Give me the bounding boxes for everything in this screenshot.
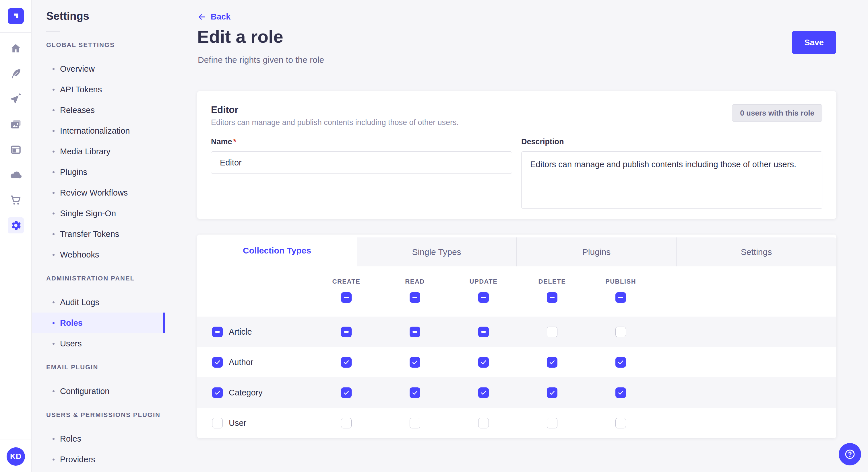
role-name-input[interactable]	[211, 151, 512, 174]
checkbox-author-read[interactable]	[410, 357, 420, 368]
bullet-icon	[53, 150, 55, 153]
checkbox-all-publish[interactable]	[615, 292, 626, 303]
sidebar-item-label: Media Library	[60, 147, 111, 156]
checkbox-category-update[interactable]	[478, 387, 489, 398]
checkbox-author-create[interactable]	[341, 357, 352, 368]
tab-collection-types[interactable]: Collection Types	[197, 235, 357, 266]
bullet-icon	[53, 192, 55, 194]
checkbox-all-delete[interactable]	[547, 292, 557, 303]
sidebar-item-configuration[interactable]: Configuration	[32, 381, 165, 401]
checkbox-article-publish[interactable]	[615, 327, 626, 337]
gear-icon[interactable]	[8, 217, 24, 233]
name-label: Name*	[211, 137, 512, 146]
sidebar-item-single-sign-on[interactable]: Single Sign-On	[32, 203, 165, 224]
checkbox-user-read[interactable]	[410, 418, 420, 429]
checkbox-all-create[interactable]	[341, 292, 352, 303]
checkbox-category-read[interactable]	[410, 387, 420, 398]
checkbox-author-update[interactable]	[478, 357, 489, 368]
sidebar-item-audit-logs[interactable]: Audit Logs	[32, 292, 165, 312]
sidebar-item-label: Roles	[60, 434, 81, 444]
bullet-icon	[53, 109, 55, 111]
sidebar-item-label: Releases	[60, 105, 95, 115]
sidebar-item-api-tokens[interactable]: API Tokens	[32, 79, 165, 100]
checkbox-article-update[interactable]	[478, 327, 489, 337]
checkbox-user-create[interactable]	[341, 418, 352, 429]
checkbox-article-delete[interactable]	[547, 327, 557, 337]
sidebar-item-media-library[interactable]: Media Library	[32, 141, 165, 162]
cloud-icon[interactable]	[8, 167, 24, 183]
sidebar-item-users[interactable]: Users	[32, 333, 165, 354]
bullet-icon	[53, 459, 55, 461]
bullet-icon	[53, 89, 55, 91]
checkbox-category-create[interactable]	[341, 387, 352, 398]
checkbox-all-read[interactable]	[410, 292, 420, 303]
paper-plane-icon[interactable]	[8, 91, 24, 107]
row-label: Category	[229, 388, 262, 398]
avatar-initials: KD	[10, 452, 22, 461]
sidebar-item-label: Review Workflows	[60, 188, 128, 198]
sidebar-item-providers[interactable]: Providers	[32, 449, 165, 470]
tab-single-types[interactable]: Single Types	[357, 237, 516, 266]
bullet-icon	[53, 343, 55, 345]
panel-layout-icon[interactable]	[8, 142, 24, 158]
checkbox-user-update[interactable]	[478, 418, 489, 429]
permission-row-user: User	[197, 408, 836, 438]
help-button[interactable]	[839, 443, 861, 465]
question-mark-icon	[844, 448, 856, 460]
sidebar-item-transfer-tokens[interactable]: Transfer Tokens	[32, 224, 165, 244]
tab-settings[interactable]: Settings	[676, 237, 836, 266]
shopping-cart-icon[interactable]	[8, 192, 24, 208]
checkbox-row-article[interactable]	[212, 327, 223, 337]
checkbox-author-delete[interactable]	[547, 357, 557, 368]
checkbox-row-user[interactable]	[212, 418, 223, 429]
feather-icon[interactable]	[8, 66, 24, 82]
column-header-delete: DELETE	[538, 278, 566, 285]
sidebar-item-plugins[interactable]: Plugins	[32, 162, 165, 182]
tab-plugins[interactable]: Plugins	[516, 237, 676, 266]
sidebar-item-review-workflows[interactable]: Review Workflows	[32, 182, 165, 203]
sidebar-item-label: Providers	[60, 455, 95, 464]
checkbox-user-publish[interactable]	[615, 418, 626, 429]
sidebar-item-label: Transfer Tokens	[60, 229, 119, 239]
checkbox-category-delete[interactable]	[547, 387, 557, 398]
save-button[interactable]: Save	[792, 31, 836, 54]
column-header-update: UPDATE	[470, 278, 498, 285]
bullet-icon	[53, 322, 55, 324]
row-label: Author	[229, 358, 253, 367]
sidebar-item-overview[interactable]: Overview	[32, 59, 165, 79]
role-description-input[interactable]: Editors can manage and publish contents …	[521, 151, 823, 209]
checkbox-article-create[interactable]	[341, 327, 352, 337]
sidebar-title: Settings	[46, 10, 165, 22]
bullet-icon	[53, 68, 55, 70]
checkbox-category-publish[interactable]	[615, 387, 626, 398]
permission-row-author: Author	[197, 347, 836, 377]
checkbox-row-author[interactable]	[212, 357, 223, 368]
rail-divider	[0, 32, 32, 33]
avatar[interactable]: KD	[7, 447, 25, 466]
sidebar-item-releases[interactable]: Releases	[32, 100, 165, 121]
pictures-icon[interactable]	[8, 116, 24, 133]
sidebar-item-label: Webhooks	[60, 250, 99, 260]
strapi-logo-icon[interactable]	[8, 8, 24, 24]
sidebar-item-roles[interactable]: Roles	[32, 312, 165, 333]
sidebar-item-webhooks[interactable]: Webhooks	[32, 244, 165, 265]
sidebar-item-label: Plugins	[60, 167, 87, 177]
checkbox-user-delete[interactable]	[547, 418, 557, 429]
home-icon[interactable]	[8, 41, 24, 57]
sidebar-item-label: Overview	[60, 64, 95, 74]
row-label: Article	[229, 327, 252, 337]
nav-rail: KD	[0, 0, 32, 472]
sidebar-item-roles[interactable]: Roles	[32, 429, 165, 449]
checkbox-article-read[interactable]	[410, 327, 420, 337]
permissions-card: Collection TypesSingle TypesPluginsSetti…	[197, 235, 836, 438]
sidebar-item-label: API Tokens	[60, 85, 102, 94]
back-link[interactable]: Back	[197, 12, 230, 22]
checkbox-all-update[interactable]	[478, 292, 489, 303]
bullet-icon	[53, 233, 55, 235]
checkbox-row-category[interactable]	[212, 387, 223, 398]
bullet-icon	[53, 254, 55, 256]
sidebar-item-internationalization[interactable]: Internationalization	[32, 121, 165, 141]
column-header-publish: PUBLISH	[606, 278, 636, 285]
users-with-role-badge[interactable]: 0 users with this role	[732, 104, 823, 122]
checkbox-author-publish[interactable]	[615, 357, 626, 368]
